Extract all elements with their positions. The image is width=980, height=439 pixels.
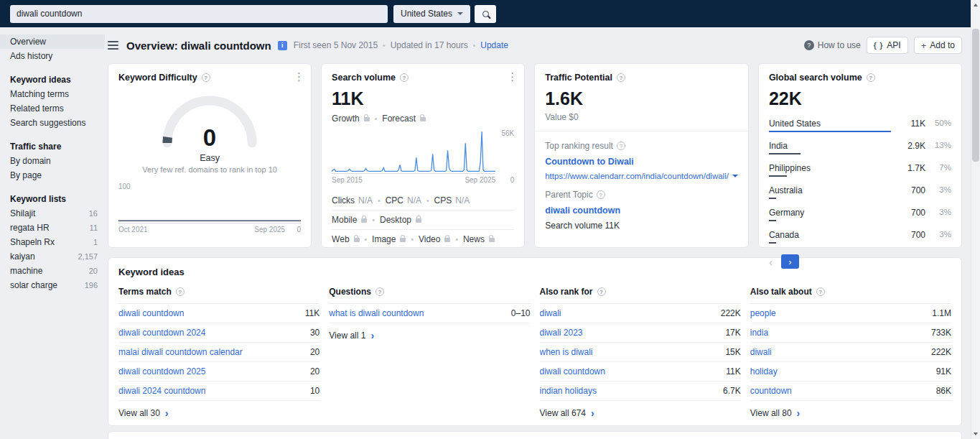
sidebar-item-related-terms[interactable]: Related terms <box>0 101 105 116</box>
cps-value: N/A <box>455 195 470 205</box>
keyword-link[interactable]: indian holidays <box>540 386 597 396</box>
search-volume-card: Search volume 11K Growth Forecast <box>321 63 525 248</box>
help-icon[interactable] <box>400 73 409 82</box>
country-row-philippines[interactable]: Philippines 1.7K 7% <box>769 160 951 182</box>
country-row-canada[interactable]: Canada 700 3% <box>769 226 951 249</box>
help-icon[interactable] <box>816 287 825 296</box>
keyword-link[interactable]: diwali <box>750 347 772 357</box>
keyword-link[interactable]: diwali 2023 <box>540 328 583 338</box>
country-volume-bar <box>769 175 788 177</box>
clicks-row: Clicks N/A CPC N/A CPS N/A <box>332 191 514 210</box>
how-to-use-link[interactable]: How to use <box>804 40 861 50</box>
keyword-link[interactable]: diwali 2024 countdown <box>118 386 205 396</box>
sidebar-item-by-page[interactable]: By page <box>0 168 105 182</box>
growth-label[interactable]: Growth <box>332 114 360 124</box>
info-icon[interactable] <box>278 41 287 50</box>
menu-icon[interactable] <box>108 41 118 50</box>
column-title: Also talk about <box>750 287 812 297</box>
keyword-list-item[interactable]: solar charge 196 <box>0 278 105 292</box>
update-link[interactable]: Update <box>480 40 508 50</box>
help-icon[interactable] <box>597 287 606 296</box>
top-ranking-url[interactable]: https://www.calendarr.com/india/countdow… <box>545 172 738 180</box>
keyword-volume: 17K <box>725 328 740 338</box>
view-all-link[interactable]: View all 674 <box>540 401 741 418</box>
kebab-menu-icon[interactable] <box>507 70 518 83</box>
scrollbar[interactable] <box>971 0 980 439</box>
sidebar-item-matching-terms[interactable]: Matching terms <box>0 87 105 101</box>
keyword-list-item[interactable]: Shilajit 16 <box>0 206 105 221</box>
api-button-label: API <box>887 40 900 50</box>
keyword-link[interactable]: holiday <box>750 366 778 376</box>
keyword-list-item[interactable]: Shapeln Rx 1 <box>0 235 105 249</box>
keyword-link[interactable]: people <box>750 308 776 318</box>
country-row-india[interactable]: India 2.9K 13% <box>769 137 951 160</box>
keyword-link[interactable]: countdown <box>750 386 792 396</box>
country-row-united-states[interactable]: United States 11K 50% <box>769 115 951 137</box>
country-name: India <box>769 141 788 151</box>
next-page-button[interactable] <box>781 254 799 269</box>
help-icon[interactable] <box>867 73 875 82</box>
keyword-row: diwali countdown 202520 <box>118 362 319 382</box>
keyword-link[interactable]: when is diwali <box>540 347 593 357</box>
desktop-label[interactable]: Desktop <box>380 215 411 225</box>
mobile-label[interactable]: Mobile <box>332 215 357 225</box>
keyword-list-item[interactable]: machine 20 <box>0 264 105 278</box>
sidebar-item-overview[interactable]: Overview <box>0 34 105 49</box>
separator-dot <box>373 195 386 205</box>
keyword-link[interactable]: diwali <box>540 308 561 318</box>
help-icon[interactable] <box>617 142 625 150</box>
scroll-up-icon[interactable] <box>971 0 980 10</box>
sidebar-item-ads-history[interactable]: Ads history <box>0 49 105 63</box>
search-volume-chart <box>332 129 495 174</box>
country-select[interactable]: United States <box>393 5 470 23</box>
parent-topic-link[interactable]: diwali countdown <box>545 205 738 216</box>
keyword-link[interactable]: malai diwali countdown calendar <box>118 347 243 357</box>
top-ranking-result-link[interactable]: Countdown to Diwali <box>545 157 738 167</box>
chevron-right-icon <box>165 408 169 418</box>
keyword-link[interactable]: diwali countdown <box>118 308 184 318</box>
help-icon[interactable] <box>375 287 384 296</box>
keyword-list-item[interactable]: regata HR 11 <box>0 221 105 235</box>
forecast-label[interactable]: Forecast <box>382 114 416 124</box>
help-icon[interactable] <box>202 73 210 82</box>
scrollbar-thumb[interactable] <box>972 29 979 162</box>
search-button[interactable] <box>475 5 496 23</box>
country-row-germany[interactable]: Germany 700 3% <box>769 204 951 226</box>
kd-axis-zero: 0 <box>285 226 301 234</box>
keyword-volume: 30 <box>310 328 319 338</box>
prev-page-icon[interactable] <box>769 257 773 267</box>
country-volume: 700 <box>891 230 925 240</box>
keyword-link[interactable]: diwali countdown <box>540 366 605 376</box>
keyword-row: diwali 202317K <box>540 323 741 343</box>
sidebar-item-by-domain[interactable]: By domain <box>0 154 105 168</box>
keyword-link[interactable]: india <box>750 328 768 338</box>
keyword-link[interactable]: diwali countdown 2025 <box>118 366 205 376</box>
sidebar-section-keyword-ideas: Keyword ideas <box>0 73 105 87</box>
help-icon[interactable] <box>617 73 625 82</box>
keyword-search-input[interactable] <box>10 5 388 23</box>
view-all-link[interactable]: View all 1 <box>329 323 530 341</box>
keyword-volume: 11K <box>726 366 740 376</box>
add-to-button[interactable]: Add to <box>914 37 962 54</box>
view-all-link[interactable]: View all 80 <box>750 401 951 418</box>
sidebar-item-search-suggestions[interactable]: Search suggestions <box>0 116 105 130</box>
lock-icon <box>444 238 450 242</box>
chevron-down-icon[interactable] <box>732 175 738 177</box>
help-icon[interactable] <box>176 287 185 296</box>
keyword-link[interactable]: what is diwali countdown <box>329 308 424 318</box>
api-button[interactable]: API <box>867 37 908 54</box>
view-all-link[interactable]: View all 30 <box>118 401 319 418</box>
keyword-row: people1.1M <box>750 304 951 323</box>
help-icon[interactable] <box>597 190 605 199</box>
web-label[interactable]: Web <box>332 234 349 244</box>
keyword-link[interactable]: diwali countdown 2024 <box>118 328 205 338</box>
kebab-menu-icon[interactable] <box>294 70 304 83</box>
keyword-list-item[interactable]: kaiyan 2,157 <box>0 249 105 264</box>
news-label[interactable]: News <box>463 234 485 244</box>
traffic-potential-card: Traffic Potential 1.6K Value $0 Top rank… <box>534 63 749 248</box>
country-list: United States 11K 50% India 2.9K 13% Phi… <box>769 115 951 249</box>
scroll-down-icon[interactable] <box>971 429 980 439</box>
image-label[interactable]: Image <box>372 234 396 244</box>
video-label[interactable]: Video <box>419 234 440 244</box>
country-row-australia[interactable]: Australia 700 3% <box>769 182 951 204</box>
